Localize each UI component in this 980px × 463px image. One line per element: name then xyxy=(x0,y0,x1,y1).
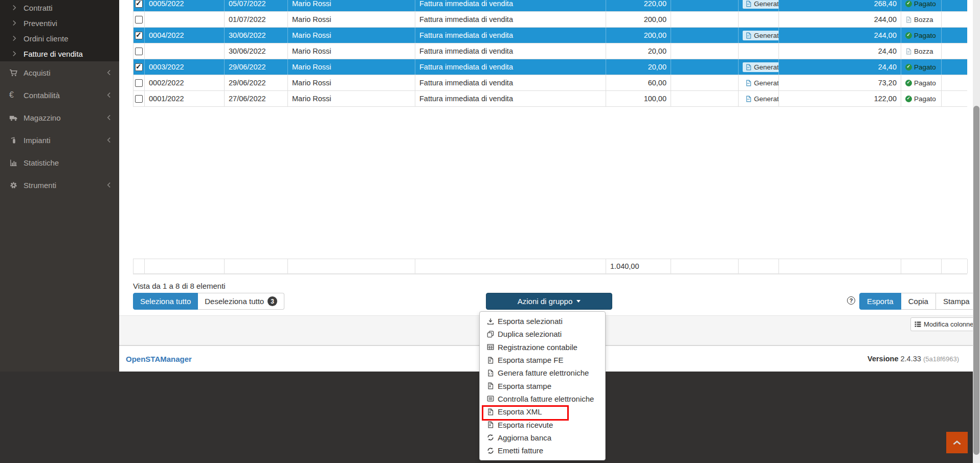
cart-icon xyxy=(9,69,18,77)
fe-status-label: Generata xyxy=(754,32,779,39)
totals-empty-cell xyxy=(901,259,942,273)
row-checkbox-cell xyxy=(133,91,145,106)
menu-item-duplica-selezionati[interactable]: Duplica selezionati xyxy=(480,328,605,340)
fe-status-badge: Generata xyxy=(743,31,779,40)
invoice-number-cell: 0002/2022 xyxy=(145,75,225,90)
row-checkbox[interactable] xyxy=(135,16,143,24)
invoice-row[interactable]: 30/06/2022Mario RossiFattura immediata d… xyxy=(133,43,967,59)
sidebar-main-menu: Acquisti€ContabilitàMagazzinoImpiantiSta… xyxy=(0,61,119,196)
sidebar-item-magazzino[interactable]: Magazzino xyxy=(0,106,119,129)
row-checkbox[interactable] xyxy=(135,63,143,71)
row-checkbox[interactable] xyxy=(135,79,143,87)
row-checkbox-cell xyxy=(133,12,145,27)
sidebar-item-preventivi[interactable]: Preventivi xyxy=(0,15,119,31)
file-icon xyxy=(905,48,912,55)
file-wave-icon xyxy=(745,32,752,39)
menu-item-esporta-xml[interactable]: Esporta XML xyxy=(480,405,605,418)
row-checkbox[interactable] xyxy=(135,0,143,8)
table-info-text: Vista da 1 a 8 di 8 elementi xyxy=(133,282,226,290)
empty-cell xyxy=(671,43,739,59)
payment-status-cell: Pagato xyxy=(901,75,942,90)
sidebar-item-contratti[interactable]: Contratti xyxy=(0,0,119,15)
check-circle-icon xyxy=(905,96,912,102)
totals-empty-cell xyxy=(145,259,225,273)
group-actions-dropdown: Esporta selezionatiDuplica selezionatiRe… xyxy=(479,311,606,460)
payment-status-label: Pagato xyxy=(914,95,936,103)
menu-item-emetti-fatture[interactable]: Emetti fatture xyxy=(480,444,605,457)
select-all-button[interactable]: Seleziona tutto xyxy=(133,293,198,310)
menu-item-controlla-fatture-elettroniche[interactable]: Controlla fatture elettroniche xyxy=(480,392,605,405)
menu-item-label: Emetti fatture xyxy=(498,446,543,455)
invoice-row[interactable]: 0005/202205/07/2022Mario RossiFattura im… xyxy=(133,0,967,12)
payment-status-cell: Bozza xyxy=(901,43,942,59)
totals-empty-cell xyxy=(288,259,415,273)
menu-item-aggiorna-banca[interactable]: Aggiorna banca xyxy=(480,431,605,444)
sidebar-item-impianti[interactable]: Impianti xyxy=(0,129,119,151)
file-wave-icon xyxy=(745,96,752,102)
menu-item-label: Registrazione contabile xyxy=(498,343,577,352)
angle-left-icon xyxy=(107,114,111,121)
row-checkbox[interactable] xyxy=(135,95,143,103)
menu-item-esporta-ricevute[interactable]: Esporta ricevute xyxy=(480,418,605,431)
download-icon xyxy=(487,318,494,325)
invoice-row[interactable]: 0003/202229/06/2022Mario RossiFattura im… xyxy=(133,59,967,75)
sidebar-item-label: Acquisti xyxy=(24,68,101,77)
chart-icon xyxy=(9,159,18,167)
empty-cell xyxy=(671,28,739,43)
sidebar-item-fatture-di-vendita[interactable]: Fatture di vendita xyxy=(0,46,119,61)
menu-item-esporta-stampe[interactable]: Esporta stampe xyxy=(480,379,605,392)
version-text: Versione 2.4.33 (5a18f6963) xyxy=(867,355,959,363)
empty-cell xyxy=(942,12,967,27)
menu-item-registrazione-contabile[interactable]: Registrazione contabile xyxy=(480,341,605,354)
menu-item-genera-fatture-elettroniche[interactable]: Genera fatture elettroniche xyxy=(480,366,605,379)
customer-cell: Mario Rossi xyxy=(288,43,415,59)
payment-status-label: Pagato xyxy=(914,63,936,71)
menu-item-label: Esporta stampe xyxy=(498,382,551,390)
total-imponibile-cell: 1.040,00 xyxy=(606,259,671,273)
modify-columns-button[interactable]: Modifica colonne xyxy=(910,317,978,331)
angle-left-icon xyxy=(107,137,111,143)
taxable-amount-cell: 60,00 xyxy=(606,75,671,90)
copia-button[interactable]: Copia xyxy=(901,293,936,310)
payment-status-cell: Pagato xyxy=(901,28,942,43)
fe-status-badge: Generata xyxy=(743,94,779,104)
deselect-all-button[interactable]: Deseleziona tutto 3 xyxy=(198,293,284,310)
payment-status-badge: Pagato xyxy=(905,32,936,39)
empty-cell xyxy=(671,0,739,11)
total-amount-cell: 73,20 xyxy=(779,75,901,90)
invoice-row[interactable]: 0002/202229/06/2022Mario RossiFattura im… xyxy=(133,75,967,91)
scroll-to-top-button[interactable] xyxy=(946,432,968,453)
angle-left-icon xyxy=(107,182,111,188)
sidebar-item-ordini-cliente[interactable]: Ordini cliente xyxy=(0,31,119,46)
sidebar-item-strumenti[interactable]: Strumenti xyxy=(0,174,119,196)
invoice-row[interactable]: 0004/202230/06/2022Mario RossiFattura im… xyxy=(133,28,967,43)
row-checkbox[interactable] xyxy=(135,48,143,55)
sidebar-item-statistiche[interactable]: Statistiche xyxy=(0,151,119,174)
row-checkbox[interactable] xyxy=(135,32,143,39)
help-icon[interactable]: ? xyxy=(847,296,855,305)
sidebar-item-label: Contabilità xyxy=(24,91,101,100)
total-amount-cell: 122,00 xyxy=(779,91,901,106)
invoice-row[interactable]: 0001/202227/06/2022Mario RossiFattura im… xyxy=(133,91,967,107)
brand-link[interactable]: OpenSTAManager xyxy=(126,355,192,363)
payment-status-badge: Pagato xyxy=(905,79,936,87)
invoice-number-cell: 0003/2022 xyxy=(145,59,225,75)
totals-empty-cell xyxy=(225,259,288,273)
taxable-amount-cell: 20,00 xyxy=(606,43,671,59)
taxable-amount-cell: 200,00 xyxy=(606,12,671,27)
menu-item-esporta-stampe-fe[interactable]: Esporta stampe FE xyxy=(480,354,605,366)
empty-cell xyxy=(942,91,967,106)
sidebar-item-acquisti[interactable]: Acquisti xyxy=(0,61,119,84)
check-circle-icon xyxy=(905,32,912,39)
gear-icon xyxy=(9,181,18,189)
row-checkbox-cell xyxy=(133,75,145,90)
invoice-row[interactable]: 01/07/2022Mario RossiFattura immediata d… xyxy=(133,12,967,28)
menu-item-esporta-selezionati[interactable]: Esporta selezionati xyxy=(480,315,605,328)
check-circle-icon xyxy=(905,80,912,86)
esporta-button[interactable]: Esporta xyxy=(859,293,901,310)
stampa-button[interactable]: Stampa xyxy=(936,293,977,310)
scrollbar-thumb[interactable] xyxy=(973,106,979,455)
sidebar-item-contabilita[interactable]: €Contabilità xyxy=(0,84,119,106)
group-actions-button[interactable]: Azioni di gruppo xyxy=(486,293,612,310)
payment-status-cell: Pagato xyxy=(901,0,942,11)
